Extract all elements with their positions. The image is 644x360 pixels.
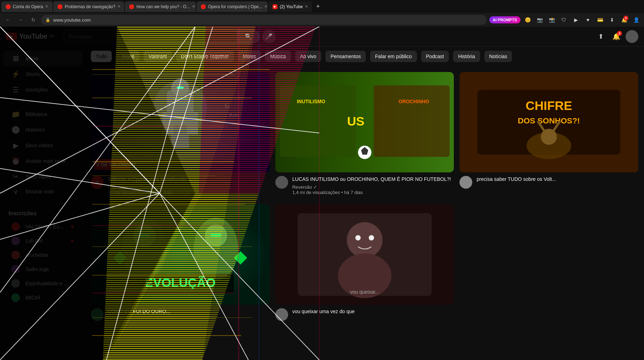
tab-2[interactable]: Problemas de navegação? ✕ [53, 1, 124, 12]
tab-label-2: Problemas de navegação? [65, 4, 115, 9]
filter-chip-valorant[interactable]: Valorant [144, 51, 172, 62]
sub-avatar-espiritualidade [11, 279, 20, 288]
svg-text:C: C [225, 102, 230, 109]
video-title-2: LUCAS INUTILISMO ou OROCHINHO, QUEM É PI… [292, 176, 454, 183]
sub-item-orochi[interactable]: orochidois [3, 248, 82, 262]
camera-button[interactable]: 📸 [547, 15, 557, 25]
upload-button[interactable]: ⬆ [594, 30, 607, 43]
filter-chip-noticias[interactable]: Notícias [484, 51, 512, 62]
svg-text:V DE VALORANT: V DE VALORANT [96, 162, 136, 167]
filter-chip-pensamentos[interactable]: Pensamentos [325, 51, 366, 62]
notification-button[interactable]: 🔔 [619, 15, 629, 25]
tab-5-youtube[interactable]: ▶ (2) YouTube ✕ [268, 1, 312, 12]
tab-close-5[interactable]: ✕ [305, 4, 308, 9]
tab-close-2[interactable]: ✕ [117, 4, 121, 9]
video-card-5[interactable]: vou queixar... vou queixar uma vez do qu… [275, 204, 454, 325]
svg-text:INUTILISMO: INUTILISMO [297, 99, 325, 104]
search-button[interactable]: 🔍 [237, 30, 259, 43]
emoji-button[interactable]: 😊 [523, 15, 533, 25]
sidebar-item-historico[interactable]: 🕐 Histórico [3, 122, 82, 138]
sidebar-item-inscricoes[interactable]: ☰ Inscrições [3, 82, 82, 98]
mic-button[interactable]: 🎤 [262, 30, 276, 43]
filter-chip-mixes[interactable]: Mixes [238, 51, 261, 62]
heart-button[interactable]: ♥ [583, 15, 593, 25]
live-indicator-lofi [71, 239, 74, 242]
filter-chip-ao-vivo[interactable]: Ao vivo [295, 51, 321, 62]
svg-point-47 [355, 235, 360, 240]
svg-rect-92 [92, 335, 241, 336]
screenshot-button[interactable]: 📷 [535, 15, 545, 25]
video-info-2: LUCAS INUTILISMO ou OROCHINHO, QUEM É PI… [275, 172, 454, 199]
sidebar-item-inicio[interactable]: ⊞ Início [3, 51, 82, 66]
video-card-3[interactable]: CHIFRE DOS SONHOS?! precisa saber TUDO s… [459, 72, 638, 199]
sub-item-espiritualidade[interactable]: Espiritualidade e ... [3, 276, 82, 290]
user-account-button[interactable]: 👤 [631, 15, 641, 25]
svg-rect-38 [210, 233, 221, 237]
download-button[interactable]: ⬇ [607, 15, 617, 25]
history-icon: 🕐 [11, 126, 20, 134]
youtube-logo[interactable]: YouTube BR [6, 32, 54, 40]
svg-text:E=m: E=m [229, 113, 238, 118]
filter-chip-dont-starve[interactable]: Don't Starve Together [176, 51, 234, 62]
user-avatar[interactable] [626, 30, 638, 43]
channel-avatar-5 [275, 308, 288, 321]
search-input[interactable] [63, 30, 237, 43]
channel-avatar-2 [275, 176, 288, 189]
tab-close-4[interactable]: ✕ [264, 4, 268, 9]
back-button[interactable]: ← [3, 15, 13, 25]
sub-item-saiko[interactable]: Saiko joga [3, 262, 82, 276]
filter-chip-podcast[interactable]: Podcast [421, 51, 449, 62]
svg-text:EVOLUÇÃO: EVOLUÇÃO [145, 276, 216, 289]
yt-notification-button[interactable]: 🔔 2 [610, 30, 623, 43]
tab-close-1[interactable]: ✕ [45, 4, 48, 9]
video-card-2[interactable]: US INUTILISMO OROCHINHO LUCAS INUTILISMO… [275, 72, 454, 199]
sidebar-item-biblioteca[interactable]: 📁 Biblioteca [3, 106, 82, 122]
filter-chip-musica[interactable]: Música [265, 51, 291, 62]
play-button[interactable]: ▶ [571, 15, 581, 25]
filter-chip-historia[interactable]: História [453, 51, 480, 62]
url-bar[interactable]: 🔒 www.youtube.com [41, 15, 486, 25]
new-tab-button[interactable]: + [313, 2, 323, 12]
sub-name-lofi: Lofi Girl [26, 238, 65, 244]
tab-favicon-3 [129, 4, 134, 9]
chevron-down-icon: ∨ [11, 187, 20, 196]
tab-close-3[interactable]: ✕ [192, 4, 195, 9]
shield-button[interactable]: 🛡 [559, 15, 569, 25]
sidebar-label-clipes: Seus clipes [26, 174, 51, 179]
tab-3[interactable]: How can we help you? - O... ✕ [125, 1, 196, 12]
sidebar-divider-2 [0, 203, 85, 203]
tab-favicon-5: ▶ [273, 4, 277, 9]
svg-rect-17 [280, 85, 356, 157]
sub-item-lofi[interactable]: Lofi Girl [3, 234, 82, 248]
library-icon: 📁 [11, 110, 20, 118]
reload-button[interactable]: ↻ [28, 15, 38, 25]
sidebar-item-assistir-mais-tarde[interactable]: ⏰ Assistir mais tarde [3, 153, 82, 169]
toolbar-right: AI PROMPTS 😊 📷 📸 🛡 ▶ ♥ 💳 ⬇ 🔔 👤 [489, 15, 641, 25]
tab-1[interactable]: Conta do Opera ✕ [1, 1, 53, 12]
youtube-country-code: BR [49, 34, 54, 38]
sub-item-valorant[interactable]: VALORANT Espo... [3, 220, 82, 234]
video-card-1[interactable]: C E=m V DE VALORANT V Silêncio, o Cypher… [91, 72, 270, 199]
filter-chip-jogos[interactable]: Jogos [116, 51, 139, 62]
wallet-button[interactable]: 💳 [595, 15, 605, 25]
sub-name-espiritualidade: Espiritualidade e ... [26, 281, 74, 286]
channel-avatar-3 [459, 176, 472, 189]
channel-avatar-4 [91, 308, 104, 321]
video-info-5: vou queixar uma vez do que [275, 305, 454, 325]
sidebar-item-seus-videos[interactable]: ▶ Seus vídeos [3, 138, 82, 153]
svg-rect-6 [162, 112, 173, 134]
video-meta-5: vou queixar uma vez do que [292, 308, 454, 321]
video-meta-3: precisa saber TUDO sobre os Volt... [477, 176, 638, 189]
sidebar-item-shorts[interactable]: ⚡ Shorts [3, 66, 82, 82]
ai-prompts-button[interactable]: AI PROMPTS [489, 16, 521, 23]
sub-item-bitcell[interactable]: BitCell [3, 290, 82, 305]
video-card-4[interactable]: EVOLUÇÃO COMO EU FUI DO OURO... [91, 204, 270, 325]
svg-text:OROCHINHO: OROCHINHO [398, 99, 429, 104]
filter-chip-tudo[interactable]: Tudo [91, 51, 112, 62]
filter-chip-falar[interactable]: Falar em público [370, 51, 417, 62]
show-more-button[interactable]: ∨ Mostrar mais [3, 184, 82, 199]
tab-4[interactable]: Opera for computers | Ope... ✕ [197, 1, 268, 12]
tab-bar: Conta do Opera ✕ Problemas de navegação?… [0, 0, 644, 13]
sidebar-item-seus-clipes[interactable]: ✂ Seus clipes [3, 169, 82, 184]
forward-button[interactable]: → [16, 15, 26, 25]
